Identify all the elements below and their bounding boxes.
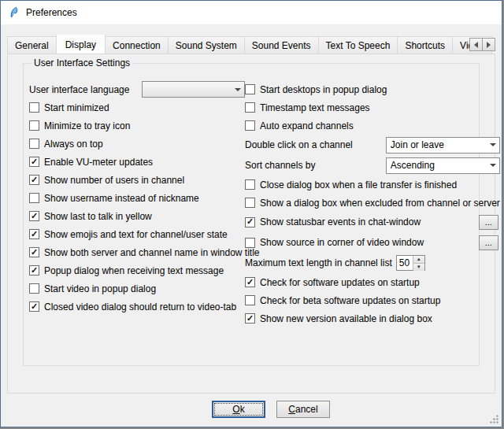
checkbox-label: Show username instead of nickname <box>44 193 199 204</box>
checkbox-label: Show statusbar events in chat-window <box>260 216 421 227</box>
checkbox-box <box>245 217 255 227</box>
tab-scroller <box>470 38 495 51</box>
ok-button[interactable]: Ok <box>212 401 265 418</box>
checkbox-new-version-dialog[interactable]: Show new version available in dialog box <box>245 309 500 327</box>
tab-shortcuts[interactable]: Shortcuts <box>397 36 453 54</box>
checkbox-video-source-corner[interactable]: Show source in corner of video window <box>245 237 424 248</box>
checkbox-label: Show a dialog box when excluded from cha… <box>260 198 500 209</box>
double-click-dropdown[interactable]: Join or leave <box>386 137 500 153</box>
max-text-length-value: 50 <box>397 256 413 270</box>
checkbox-label: Timestamp text messages <box>260 102 370 113</box>
checkbox-video-return-tab[interactable]: Closed video dialog should return to vid… <box>29 298 245 316</box>
tab-connection[interactable]: Connection <box>105 36 169 54</box>
statusbar-events-config-button[interactable]: ... <box>479 215 498 230</box>
tab-content-pane: User Interface Settings User interface l… <box>7 54 495 394</box>
checkbox-box <box>29 247 39 257</box>
checkbox-box <box>245 179 255 190</box>
checkbox-label: Start video in popup dialog <box>44 283 156 294</box>
checkbox-statusbar-events[interactable]: Show statusbar events in chat-window <box>245 216 421 227</box>
checkbox-label: Always on top <box>44 139 103 150</box>
spin-down-icon[interactable]: ▼ <box>413 264 424 271</box>
left-arrow-icon <box>474 42 478 48</box>
checkbox-box <box>29 139 39 149</box>
checkbox-box <box>29 265 39 276</box>
right-column: Start desktops in popup dialog Timestamp… <box>245 80 500 327</box>
chevron-down-icon <box>487 158 499 173</box>
checkbox-label: Show last to talk in yellow <box>44 211 152 222</box>
checkbox-label: Closed video dialog should return to vid… <box>44 301 236 313</box>
checkbox-box <box>29 175 39 185</box>
double-click-label: Double click on a channel <box>245 139 353 150</box>
preferences-window: Preferences General Display Connection S… <box>0 0 502 427</box>
tab-sound-system[interactable]: Sound System <box>168 36 245 54</box>
checkbox-check-beta-updates[interactable]: Check for beta software updates on start… <box>245 291 500 309</box>
checkbox-label: Show emojis and text for channel/user st… <box>44 229 228 240</box>
checkbox-box <box>29 283 39 294</box>
checkbox-box <box>245 84 255 94</box>
tab-scroll-right-button[interactable] <box>482 38 495 51</box>
checkbox-box <box>245 102 255 113</box>
checkbox-label: Check for beta software updates on start… <box>260 295 440 306</box>
sort-channels-dropdown[interactable]: Ascending <box>386 157 500 174</box>
checkbox-box <box>29 229 39 239</box>
checkbox-label: Show new version available in dialog box <box>260 313 432 324</box>
tab-general[interactable]: General <box>7 36 57 54</box>
ui-settings-group: User Interface Settings User interface l… <box>23 63 480 366</box>
checkbox-box <box>29 193 39 203</box>
checkbox-always-on-top[interactable]: Always on top <box>29 135 245 153</box>
tab-scroll-left-button[interactable] <box>469 38 483 51</box>
left-column: User interface language Start minimized … <box>29 80 245 327</box>
window-title: Preferences <box>26 7 77 18</box>
checkbox-label: Show both server and channel name in win… <box>44 247 260 258</box>
checkbox-label: Enable VU-meter updates <box>44 157 153 168</box>
double-click-row: Double click on a channel Join or leave <box>245 135 500 155</box>
checkbox-timestamp-messages[interactable]: Timestamp text messages <box>245 98 500 116</box>
checkbox-minimize-to-tray[interactable]: Minimize to tray icon <box>29 116 245 135</box>
checkbox-box <box>245 295 255 305</box>
max-text-length-label: Maximum text length in channel list <box>245 257 392 268</box>
checkbox-close-on-transfer-finished[interactable]: Close dialog box when a file transfer is… <box>245 176 500 194</box>
checkbox-box <box>245 198 255 208</box>
tab-bar: General Display Connection Sound System … <box>7 35 495 54</box>
titlebar[interactable]: Preferences <box>1 1 502 24</box>
checkbox-box <box>29 301 39 312</box>
checkbox-box <box>29 102 39 113</box>
checkbox-server-channel-in-title[interactable]: Show both server and channel name in win… <box>29 243 245 261</box>
checkbox-username-instead-nickname[interactable]: Show username instead of nickname <box>29 189 245 207</box>
checkbox-show-user-count[interactable]: Show number of users in channel <box>29 171 245 189</box>
checkbox-emoji-text-state[interactable]: Show emojis and text for channel/user st… <box>29 225 245 243</box>
checkbox-excluded-dialog[interactable]: Show a dialog box when excluded from cha… <box>245 194 500 212</box>
checkbox-popup-text-message[interactable]: Popup dialog when receiving text message <box>29 261 245 279</box>
resize-grip[interactable] <box>489 414 499 424</box>
checkbox-box <box>29 120 39 131</box>
spin-up-icon[interactable]: ▲ <box>413 256 424 264</box>
checkbox-box <box>245 120 255 131</box>
checkbox-vu-meter-updates[interactable]: Enable VU-meter updates <box>29 153 245 171</box>
cancel-button[interactable]: Cancel <box>276 401 330 418</box>
spinner-buttons: ▲ ▼ <box>413 256 424 270</box>
video-source-row: Show source in corner of video window ..… <box>245 232 500 253</box>
checkbox-desktops-popup[interactable]: Start desktops in popup dialog <box>245 80 500 98</box>
checkbox-auto-expand-channels[interactable]: Auto expand channels <box>245 116 500 135</box>
language-row: User interface language <box>29 80 245 98</box>
tab-text-to-speech[interactable]: Text To Speech <box>318 36 398 54</box>
dialog-button-row: Ok Cancel <box>20 401 502 418</box>
checkbox-label: Auto expand channels <box>260 120 354 131</box>
app-icon[interactable] <box>7 6 20 19</box>
checkbox-start-minimized[interactable]: Start minimized <box>29 98 245 116</box>
language-dropdown[interactable] <box>142 81 245 98</box>
tab-sound-events[interactable]: Sound Events <box>244 36 319 54</box>
checkbox-check-updates[interactable]: Check for software updates on startup <box>245 273 500 291</box>
checkbox-label: Start minimized <box>44 102 109 113</box>
checkbox-last-talk-yellow[interactable]: Show last to talk in yellow <box>29 207 245 225</box>
group-title: User Interface Settings <box>31 57 133 68</box>
sort-channels-value: Ascending <box>391 160 435 171</box>
statusbar-events-row: Show statusbar events in chat-window ... <box>245 212 500 232</box>
sort-channels-row: Sort channels by Ascending <box>245 155 500 176</box>
video-source-config-button[interactable]: ... <box>479 235 498 250</box>
checkbox-label: Minimize to tray icon <box>44 120 130 131</box>
tab-display[interactable]: Display <box>56 35 106 54</box>
checkbox-video-popup[interactable]: Start video in popup dialog <box>29 279 245 298</box>
checkbox-box <box>245 277 255 287</box>
max-text-length-spinner[interactable]: 50 ▲ ▼ <box>396 255 425 271</box>
